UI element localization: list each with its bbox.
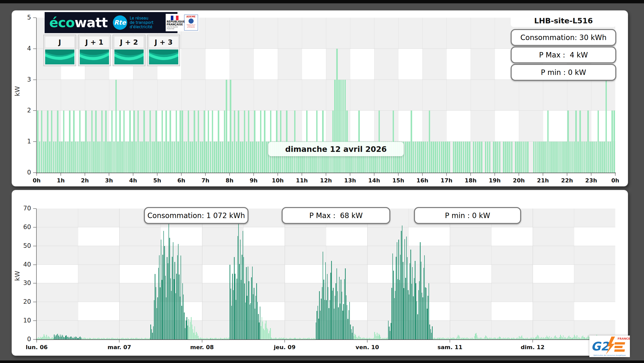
consumption-bar bbox=[330, 273, 331, 339]
day-button-j1[interactable]: J + 1 bbox=[78, 35, 111, 66]
x-axis-tick-label: ven. 10 bbox=[352, 344, 383, 350]
day-button-j2[interactable]: J + 2 bbox=[113, 35, 145, 66]
consumption-bar bbox=[244, 111, 245, 173]
consumption-bar bbox=[453, 142, 454, 173]
consumption-bar bbox=[40, 337, 41, 339]
plot-background-cell bbox=[574, 302, 615, 321]
consumption-bar bbox=[66, 335, 66, 339]
consumption-bar bbox=[519, 336, 519, 339]
consumption-bar bbox=[324, 300, 325, 339]
consumption-bar bbox=[188, 319, 189, 339]
consumption-bar bbox=[62, 335, 62, 339]
consumption-bar bbox=[579, 111, 581, 173]
weekly-consumption-stat: Consommation: 1 072 kWh bbox=[144, 207, 249, 224]
consumption-bar bbox=[234, 257, 234, 339]
x-axis-tick-label: 0h bbox=[600, 177, 631, 184]
consumption-bar bbox=[432, 326, 432, 339]
consumption-bar bbox=[575, 111, 577, 173]
consumption-bar bbox=[358, 336, 359, 339]
consumption-bar bbox=[167, 257, 167, 339]
x-axis-tick-label: sam. 11 bbox=[434, 344, 465, 350]
consumption-bar bbox=[109, 142, 111, 173]
consumption-bar bbox=[81, 142, 83, 173]
consumption-bar bbox=[61, 142, 63, 173]
consumption-bar bbox=[391, 288, 392, 339]
x-axis-line bbox=[36, 339, 616, 340]
consumption-bar bbox=[541, 337, 542, 339]
consumption-bar bbox=[342, 80, 344, 173]
consumption-bar bbox=[583, 337, 584, 339]
consumption-bar bbox=[71, 142, 73, 173]
consumption-bar bbox=[197, 333, 197, 339]
consumption-bar bbox=[214, 142, 215, 173]
consumption-bar bbox=[610, 142, 611, 173]
consumption-bar bbox=[164, 142, 165, 173]
plot-background-cell bbox=[37, 265, 78, 283]
g2e-france-logo: G2 FRANCE Optimisation des ressources én… bbox=[589, 336, 630, 357]
consumption-bar bbox=[129, 111, 131, 173]
day-button-j3[interactable]: J + 3 bbox=[147, 35, 180, 66]
consumption-bar bbox=[415, 261, 415, 339]
consumption-bar bbox=[405, 142, 406, 173]
consumption-bar bbox=[462, 338, 463, 339]
consumption-bar bbox=[239, 264, 240, 339]
x-axis-tick bbox=[543, 173, 543, 176]
consumption-bar bbox=[477, 335, 477, 339]
consumption-bar bbox=[569, 336, 569, 339]
x-axis-tick bbox=[253, 173, 254, 176]
consumption-bar bbox=[398, 279, 398, 339]
consumption-bar bbox=[83, 142, 85, 173]
consumption-bar bbox=[59, 142, 61, 173]
consumption-bar bbox=[140, 142, 141, 173]
consumption-bar bbox=[537, 335, 538, 339]
consumption-bar bbox=[169, 212, 169, 339]
consumption-bar bbox=[38, 337, 39, 339]
consumption-bar bbox=[51, 111, 53, 173]
consumption-bar bbox=[269, 331, 270, 339]
consumption-bar bbox=[143, 111, 145, 173]
consumption-bar bbox=[596, 142, 597, 173]
consumption-bar bbox=[399, 280, 400, 339]
consumption-bar bbox=[587, 337, 588, 339]
consumption-bar bbox=[93, 142, 95, 173]
consumption-bar bbox=[485, 336, 486, 339]
consumption-bar bbox=[438, 338, 439, 339]
consumption-bar bbox=[435, 142, 436, 173]
consumption-bar bbox=[553, 338, 554, 339]
consumption-bar bbox=[441, 142, 442, 173]
consumption-bar bbox=[459, 336, 459, 339]
x-axis-tick bbox=[157, 173, 157, 176]
gridline-vertical bbox=[471, 18, 471, 173]
x-axis-tick bbox=[450, 340, 450, 342]
consumption-bar bbox=[248, 267, 248, 339]
consumption-bar bbox=[74, 337, 74, 339]
consumption-bar bbox=[407, 257, 408, 339]
consumption-bar bbox=[467, 142, 468, 173]
consumption-bar bbox=[495, 142, 497, 173]
consumption-bar bbox=[531, 338, 531, 339]
day-button-j[interactable]: J bbox=[43, 35, 76, 66]
consumption-bar bbox=[344, 80, 346, 173]
consumption-bar bbox=[408, 290, 408, 339]
consumption-bar bbox=[170, 278, 171, 339]
consumption-bar bbox=[445, 142, 446, 173]
consumption-bar bbox=[425, 287, 425, 339]
consumption-bar bbox=[536, 337, 537, 339]
consumption-bar bbox=[429, 111, 430, 173]
consumption-bar bbox=[316, 311, 317, 339]
y-axis-tick-label: 1 bbox=[13, 138, 31, 145]
consumption-bar bbox=[421, 142, 422, 173]
consumption-bar bbox=[455, 142, 456, 173]
consumption-bar bbox=[236, 142, 237, 173]
consumption-bar bbox=[238, 111, 239, 173]
consumption-bar bbox=[567, 111, 569, 173]
consumption-bar bbox=[449, 142, 450, 173]
daily-consumption-stat: Consommation: 30 kWh bbox=[511, 29, 616, 46]
consumption-bar bbox=[220, 142, 221, 173]
consumption-bar bbox=[473, 142, 474, 173]
consumption-bar bbox=[443, 142, 444, 173]
x-axis-tick bbox=[278, 173, 278, 176]
rte-tagline: Le réseau de transport d'électricité bbox=[130, 16, 161, 29]
consumption-bar bbox=[85, 111, 87, 173]
consumption-bar bbox=[335, 296, 335, 339]
